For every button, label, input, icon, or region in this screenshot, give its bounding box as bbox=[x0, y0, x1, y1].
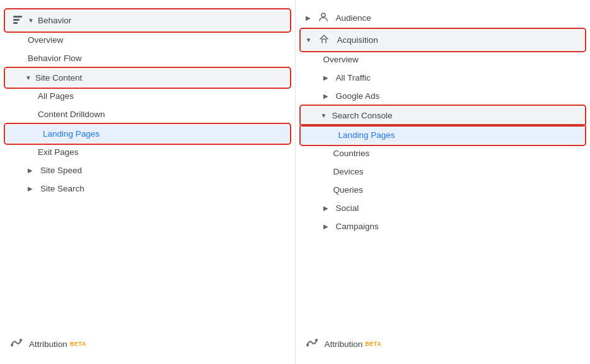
attribution-right-label: Attribution bbox=[325, 339, 363, 349]
exit-pages-label: Exit Pages bbox=[38, 147, 79, 157]
all-traffic-label: All Traffic bbox=[336, 73, 371, 82]
attribution-left[interactable]: Attribution BETA bbox=[0, 331, 295, 356]
sidebar-item-behavior[interactable]: Behavior bbox=[5, 10, 290, 31]
behavior-label: Behavior bbox=[38, 16, 71, 25]
attribution-icon-right bbox=[306, 336, 318, 351]
sidebar-item-all-traffic[interactable]: All Traffic bbox=[296, 69, 591, 87]
left-panel: Behavior Overview Behavior Flow Site Con… bbox=[0, 0, 296, 364]
sidebar-item-overview-left[interactable]: Overview bbox=[0, 31, 295, 49]
social-label: Social bbox=[336, 203, 359, 213]
sidebar-item-campaigns[interactable]: Campaigns bbox=[296, 217, 591, 236]
attribution-left-label: Attribution bbox=[29, 339, 67, 349]
sidebar-item-site-search[interactable]: Site Search bbox=[0, 179, 295, 198]
queries-label: Queries bbox=[333, 185, 363, 195]
landing-pages-right-label: Landing Pages bbox=[338, 130, 395, 140]
behavior-arrow bbox=[28, 17, 34, 24]
devices-label: Devices bbox=[333, 167, 364, 176]
svg-rect-1 bbox=[13, 19, 20, 21]
site-speed-arrow bbox=[28, 167, 33, 174]
sidebar-item-google-ads[interactable]: Google Ads bbox=[296, 87, 591, 105]
svg-point-3 bbox=[11, 344, 13, 346]
all-traffic-arrow bbox=[323, 74, 328, 81]
attribution-right[interactable]: Attribution BETA bbox=[296, 331, 591, 356]
sidebar-item-behavior-flow[interactable]: Behavior Flow bbox=[0, 49, 295, 67]
svg-point-6 bbox=[306, 344, 309, 346]
sidebar-item-landing-pages-left[interactable]: Landing Pages bbox=[5, 125, 290, 143]
sidebar-item-overview-right[interactable]: Overview bbox=[296, 50, 591, 69]
site-content-label: Site Content bbox=[35, 73, 82, 82]
sidebar-item-site-speed[interactable]: Site Speed bbox=[0, 161, 295, 179]
search-console-label: Search Console bbox=[332, 111, 392, 120]
sidebar-item-countries[interactable]: Countries bbox=[296, 144, 591, 162]
acquisition-icon bbox=[319, 34, 329, 46]
sidebar-item-social[interactable]: Social bbox=[296, 199, 591, 217]
behavior-icon bbox=[13, 14, 23, 26]
social-arrow bbox=[323, 205, 328, 212]
sidebar-item-acquisition[interactable]: Acquisition bbox=[301, 30, 586, 50]
campaigns-label: Campaigns bbox=[336, 222, 379, 231]
svg-rect-2 bbox=[13, 22, 18, 24]
sidebar-item-devices[interactable]: Devices bbox=[296, 162, 591, 181]
sidebar-item-audience[interactable]: Audience bbox=[296, 8, 591, 28]
acquisition-label: Acquisition bbox=[337, 35, 378, 45]
search-console-arrow bbox=[321, 112, 327, 119]
sidebar-item-search-console[interactable]: Search Console bbox=[301, 106, 586, 125]
campaigns-arrow bbox=[323, 223, 328, 230]
svg-point-7 bbox=[315, 339, 318, 341]
sidebar-item-content-drilldown[interactable]: Content Drilldown bbox=[0, 105, 295, 123]
site-speed-label: Site Speed bbox=[40, 166, 82, 175]
audience-icon bbox=[318, 12, 328, 24]
landing-pages-left-label: Landing Pages bbox=[43, 129, 100, 139]
all-pages-label: All Pages bbox=[38, 91, 74, 101]
sidebar-item-site-content[interactable]: Site Content bbox=[5, 69, 290, 87]
behavior-flow-label: Behavior Flow bbox=[28, 54, 82, 63]
sidebar-item-all-pages[interactable]: All Pages bbox=[0, 87, 295, 105]
site-content-arrow bbox=[25, 74, 32, 81]
svg-rect-0 bbox=[13, 16, 22, 18]
google-ads-arrow bbox=[323, 93, 328, 100]
attribution-right-beta: BETA bbox=[365, 341, 381, 347]
sidebar-item-queries[interactable]: Queries bbox=[296, 181, 591, 199]
google-ads-label: Google Ads bbox=[336, 91, 380, 101]
svg-point-5 bbox=[321, 13, 325, 17]
sidebar-item-landing-pages-right[interactable]: Landing Pages bbox=[301, 126, 586, 144]
site-search-arrow bbox=[28, 185, 33, 192]
audience-label: Audience bbox=[336, 13, 371, 23]
acquisition-arrow bbox=[306, 37, 312, 43]
svg-point-4 bbox=[20, 339, 22, 341]
attribution-icon-left bbox=[10, 336, 23, 351]
audience-arrow bbox=[306, 14, 311, 21]
attribution-left-beta: BETA bbox=[70, 341, 86, 347]
sidebar-item-exit-pages[interactable]: Exit Pages bbox=[0, 143, 295, 161]
overview-right-label: Overview bbox=[323, 55, 359, 64]
site-search-label: Site Search bbox=[40, 184, 84, 193]
content-drilldown-label: Content Drilldown bbox=[38, 110, 105, 119]
overview-left-label: Overview bbox=[28, 35, 63, 45]
countries-label: Countries bbox=[333, 149, 370, 158]
right-panel: Audience Acquisition Overview All Traffi… bbox=[296, 0, 591, 364]
